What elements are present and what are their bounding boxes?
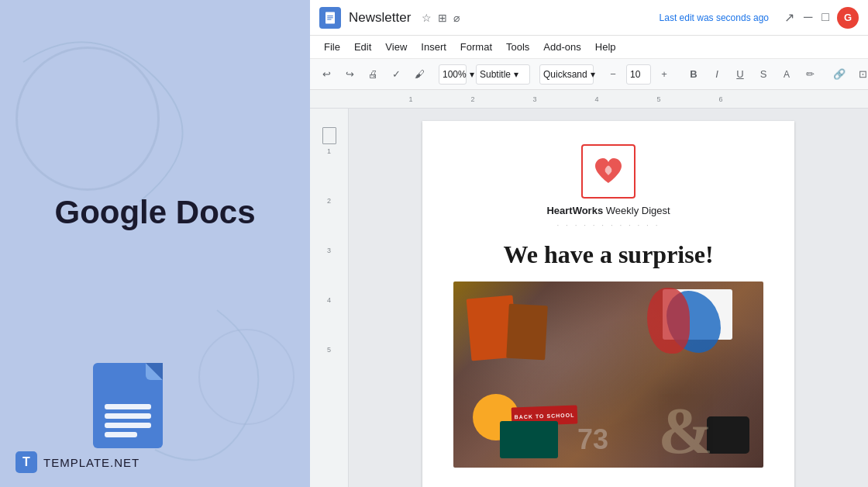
menu-addons[interactable]: Add-ons (537, 38, 587, 56)
gdocs-logo-icon (319, 7, 341, 29)
ruler-tick-2: 2 (470, 95, 474, 103)
user-avatar[interactable]: G (837, 7, 859, 29)
font-size-increase[interactable]: + (654, 64, 674, 85)
trending-icon: ↗ (784, 10, 794, 25)
zoom-chevron: ▾ (470, 69, 474, 80)
doc-line (105, 423, 151, 428)
image-number: 73 (577, 423, 608, 456)
ruler-content: 1 2 3 4 5 6 (349, 90, 868, 108)
side-tick-2: 2 (327, 197, 331, 244)
ruler-tick-4: 4 (594, 95, 598, 103)
scroll-area[interactable]: HeartWorks Weekly Digest · · · · · · · ·… (349, 109, 868, 487)
doc-line (105, 404, 151, 409)
italic-button[interactable]: I (707, 64, 727, 85)
image-book2 (506, 304, 548, 361)
doc-icon (93, 363, 163, 448)
left-panel: Google Docs T TEMPLATE.NET (0, 0, 310, 487)
menu-view[interactable]: View (379, 38, 413, 56)
right-panel: Newsletter ☆ ⊞ ⌀ Last edit was seconds a… (310, 0, 868, 487)
font-size-decrease[interactable]: − (603, 64, 623, 85)
heartworks-logo-svg (589, 152, 628, 191)
document-body: 1 2 3 4 5 Hea (310, 109, 868, 487)
zoom-value: 100% (443, 69, 467, 80)
newsletter-image: BACK TO SCHOOL & 73 (453, 281, 763, 468)
banner-text: BACK TO SCHOOL (515, 412, 575, 420)
history-icon[interactable]: ⌀ (453, 12, 460, 24)
title-icons: ☆ ⊞ ⌀ (422, 12, 460, 24)
ruler-tick-6: 6 (718, 95, 722, 103)
style-value: Subtitle (480, 69, 511, 80)
bold-button[interactable]: B (684, 64, 704, 85)
newsletter-logo (581, 144, 636, 199)
side-tick-3: 3 (327, 247, 331, 293)
brand-name: TEMPLATE (43, 456, 110, 469)
minimize-icon[interactable]: ─ (804, 10, 812, 25)
insert-image-button[interactable]: ⊡ (852, 64, 868, 85)
ruler-tick-3: 3 (532, 95, 536, 103)
ruler-tick-5: 5 (656, 95, 660, 103)
image-teal-card (500, 421, 558, 458)
image-camera (707, 416, 749, 454)
spellcheck-button[interactable]: ✓ (386, 64, 406, 85)
svg-rect-2 (327, 17, 333, 18)
svg-rect-1 (327, 16, 333, 16)
menu-help[interactable]: Help (589, 38, 622, 56)
newsletter-dots: · · · · · · · · · · · · (557, 221, 660, 230)
side-tick-5: 5 (327, 346, 331, 392)
template-logo: T TEMPLATE.NET (16, 451, 140, 473)
style-chevron: ▾ (514, 69, 518, 80)
paint-format-button[interactable]: 🖌 (409, 64, 429, 85)
app-title: Google Docs (54, 194, 255, 231)
style-select[interactable]: Subtitle ▾ (476, 64, 530, 85)
brand-suffix: .NET (110, 456, 140, 469)
menu-edit[interactable]: Edit (348, 38, 377, 56)
window-controls: ↗ ─ □ (784, 10, 829, 25)
print-button[interactable]: 🖨 (363, 64, 383, 85)
svg-rect-3 (327, 19, 331, 19)
font-chevron: ▾ (591, 69, 595, 80)
side-tick-1: 1 (327, 147, 331, 194)
newsletter-headline: We have a surprise! (503, 240, 713, 269)
toolbar: ↩ ↪ 🖨 ✓ 🖌 100% ▾ Subtitle ▾ Quicksand ▾ … (310, 59, 868, 90)
side-tick-4: 4 (327, 296, 331, 343)
brand-text: TEMPLATE.NET (43, 456, 140, 469)
menu-tools[interactable]: Tools (500, 38, 536, 56)
document-page: HeartWorks Weekly Digest · · · · · · · ·… (422, 121, 794, 487)
brand-name: HeartWorks (546, 205, 603, 216)
template-t-icon: T (16, 451, 37, 473)
text-color-button[interactable]: A (777, 64, 797, 85)
logo-letter: T (22, 455, 30, 469)
undo-button[interactable]: ↩ (316, 64, 336, 85)
star-icon[interactable]: ☆ (422, 12, 432, 24)
font-select[interactable]: Quicksand ▾ (539, 64, 594, 85)
last-edit-text: Last edit was seconds ago (660, 12, 769, 23)
menu-bar: File Edit View Insert Format Tools Add-o… (310, 36, 868, 59)
cloud-icon[interactable]: ⊞ (438, 12, 447, 24)
link-button[interactable]: 🔗 (829, 64, 849, 85)
doc-icon-container (93, 363, 163, 448)
highlight-button[interactable]: ✏ (800, 64, 820, 85)
menu-format[interactable]: Format (454, 38, 498, 56)
ruler: 1 2 3 4 5 6 (310, 90, 868, 109)
sidebar-ruler: 1 2 3 4 5 (310, 109, 349, 487)
docs-svg (323, 11, 337, 25)
doc-line (105, 413, 151, 419)
strikethrough-button[interactable]: S (753, 64, 773, 85)
font-value: Quicksand (543, 69, 587, 80)
redo-button[interactable]: ↪ (339, 64, 360, 85)
menu-file[interactable]: File (318, 38, 346, 56)
restore-icon[interactable]: □ (822, 10, 829, 25)
underline-button[interactable]: U (730, 64, 750, 85)
page-thumbnail-icon (322, 127, 336, 144)
menu-insert[interactable]: Insert (415, 38, 453, 56)
image-ampersand: & (658, 398, 713, 464)
newsletter-brand: HeartWorks Weekly Digest (546, 205, 670, 216)
font-size-select[interactable]: 10 (626, 64, 651, 85)
font-size-value: 10 (630, 69, 640, 80)
doc-line (105, 432, 137, 437)
ruler-tick-1: 1 (408, 95, 412, 103)
title-bar: Newsletter ☆ ⊞ ⌀ Last edit was seconds a… (310, 0, 868, 36)
doc-lines (105, 404, 151, 437)
zoom-select[interactable]: 100% ▾ (439, 64, 467, 85)
doc-title: Newsletter (349, 10, 411, 26)
